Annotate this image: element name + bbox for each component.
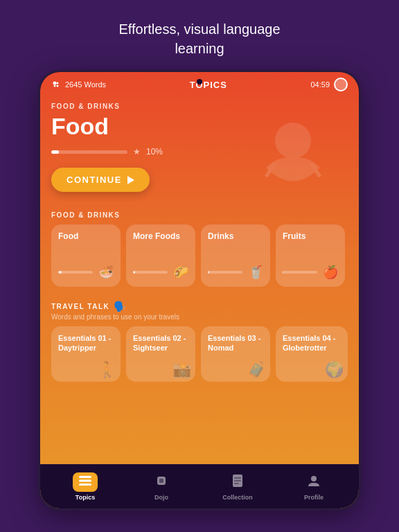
svg-rect-14 [234, 480, 241, 481]
nav-collection-icon-wrap [225, 472, 250, 492]
essentials-figure-4: 🌍 [325, 361, 344, 379]
profile-icon [308, 475, 320, 490]
nav-profile-label: Profile [304, 494, 323, 501]
timer-area: 04:59 [310, 78, 348, 91]
essentials-cards-row: Essentials 01 - Daytripper 🚶 Essentials … [40, 326, 359, 390]
essentials-card-4[interactable]: Essentials 04 - Globetrotter 🌍 [276, 326, 348, 382]
bottom-nav: Topics Dojo [40, 464, 359, 508]
food-drinks-cards-row: Food 🍜 More Foods 🌮 [40, 224, 359, 295]
svg-rect-11 [159, 479, 163, 483]
nav-dojo-icon-wrap [149, 472, 174, 492]
essentials-card-1[interactable]: Essentials 01 - Daytripper 🚶 [51, 326, 121, 382]
topic-card-more-foods[interactable]: More Foods 🌮 [126, 224, 195, 287]
words-icon [51, 80, 61, 89]
food-mini-progress-fill [58, 271, 62, 274]
svg-point-3 [53, 82, 57, 85]
travel-section: TRAVEL TALK 🗣️ Words and phrases to use … [40, 295, 359, 393]
more-foods-card-icon: 🌮 [173, 265, 188, 280]
svg-rect-9 [79, 484, 91, 486]
drinks-mini-progress [208, 271, 242, 274]
essentials-figure-3: 🧳 [247, 361, 266, 379]
essentials-card-4-title: Essentials 04 - Globetrotter [283, 333, 341, 353]
timer-text: 04:59 [310, 80, 330, 89]
topic-card-drinks-bottom: 🥤 [208, 265, 263, 280]
nav-dojo-label: Dojo [154, 494, 168, 501]
essentials-card-3[interactable]: Essentials 03 - Nomad 🧳 [201, 326, 270, 382]
travel-header: TRAVEL TALK 🗣️ [40, 298, 359, 313]
svg-point-16 [311, 476, 317, 481]
svg-rect-7 [79, 476, 91, 478]
more-foods-mini-progress [133, 271, 168, 274]
words-count-area: 2645 Words [51, 80, 106, 89]
essentials-card-2[interactable]: Essentials 02 - Sightseer 📸 [126, 326, 195, 382]
hero-progress-pct: 10% [146, 147, 163, 157]
device-screen: 2645 Words TOPICS 04:59 FOOD & DRINKS Fo… [40, 72, 359, 508]
nav-topics-icon-wrap [73, 472, 98, 492]
page-subtitle: Effortless, visual language learning [118, 19, 280, 58]
progress-star-icon: ★ [133, 147, 141, 157]
nav-profile-icon-wrap [301, 472, 326, 492]
timer-circle-icon [334, 78, 348, 91]
topic-card-drinks-title: Drinks [208, 231, 263, 241]
hero-category-label: FOOD & DRINKS [51, 103, 348, 110]
nav-topics-label: Topics [76, 494, 95, 501]
topic-card-fruits-title: Fruits [283, 231, 338, 241]
status-bar: 2645 Words TOPICS 04:59 [40, 72, 359, 97]
continue-button[interactable]: CONTINUE [51, 168, 150, 192]
travel-section-label: TRAVEL TALK [51, 303, 109, 310]
collection-icon [233, 475, 242, 490]
nav-collection-label: Collection [222, 494, 253, 501]
drinks-mini-progress-fill [208, 271, 209, 274]
topic-card-food-bottom: 🍜 [58, 265, 114, 280]
main-content[interactable]: FOOD & DRINKS Food ★ 10% CONTINUE FOOD &… [40, 97, 359, 464]
travel-subtitle: Words and phrases to use on your travels [40, 313, 359, 326]
play-icon [127, 176, 134, 184]
words-count-label: 2645 Words [65, 80, 106, 89]
svg-rect-15 [234, 483, 239, 484]
svg-point-5 [54, 85, 56, 87]
continue-label: CONTINUE [66, 175, 122, 185]
essentials-figure-1: 🚶 [98, 361, 116, 379]
svg-point-6 [57, 85, 59, 87]
food-card-icon: 🍜 [98, 265, 114, 280]
topic-card-fruits-bottom: 🍎 [283, 265, 338, 280]
hero-title: Food [51, 113, 348, 140]
hero-section: FOOD & DRINKS Food ★ 10% CONTINUE [40, 97, 359, 203]
topic-card-food[interactable]: Food 🍜 [51, 224, 121, 287]
svg-point-4 [57, 82, 59, 85]
nav-item-topics[interactable]: Topics [47, 472, 123, 501]
topic-card-food-title: Food [58, 231, 114, 241]
drinks-card-icon: 🥤 [248, 265, 263, 280]
food-mini-progress [58, 271, 93, 274]
hero-progress-bar-container [51, 150, 127, 154]
essentials-figure-2: 📸 [172, 361, 191, 379]
essentials-card-3-title: Essentials 03 - Nomad [208, 333, 263, 353]
screen-title: TOPICS [190, 80, 227, 90]
svg-rect-8 [79, 480, 91, 482]
topic-card-drinks[interactable]: Drinks 🥤 [201, 224, 270, 287]
topics-icon [79, 476, 91, 488]
topic-card-more-foods-title: More Foods [133, 231, 188, 241]
food-drinks-section-label: FOOD & DRINKS [40, 203, 359, 224]
more-foods-mini-progress-fill [133, 271, 135, 274]
fruits-mini-progress [283, 271, 317, 274]
nav-item-profile[interactable]: Profile [276, 472, 352, 501]
topic-card-more-foods-bottom: 🌮 [133, 265, 188, 280]
hero-progress-row: ★ 10% [51, 147, 348, 157]
essentials-card-1-title: Essentials 01 - Daytripper [58, 333, 114, 353]
hero-progress-bar-fill [51, 150, 59, 154]
device-notch [197, 79, 202, 85]
fruits-card-icon: 🍎 [323, 265, 338, 280]
nav-item-dojo[interactable]: Dojo [123, 472, 200, 501]
topic-card-fruits[interactable]: Fruits 🍎 [276, 224, 345, 287]
fruits-mini-progress-fill [283, 271, 283, 274]
nav-item-collection[interactable]: Collection [200, 472, 276, 501]
device-frame: 2645 Words TOPICS 04:59 FOOD & DRINKS Fo… [40, 72, 359, 508]
dojo-icon [155, 475, 168, 490]
travel-talk-icon: 🗣️ [114, 301, 125, 312]
svg-rect-13 [234, 477, 241, 479]
essentials-card-2-title: Essentials 02 - Sightseer [133, 333, 188, 353]
